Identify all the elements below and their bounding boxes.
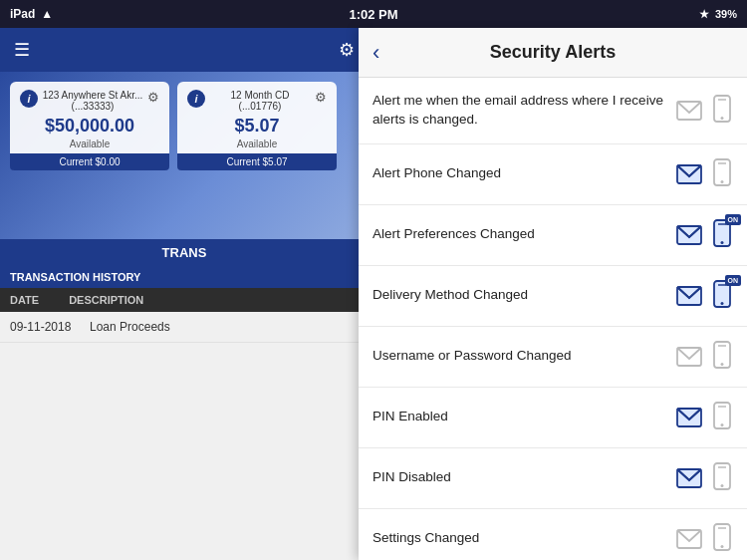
alert-icons-2: ON <box>675 219 733 251</box>
email-icon-3[interactable] <box>675 285 703 307</box>
alert-icons-3: ON <box>675 280 733 312</box>
trans-desc-1: Loan Proceeds <box>90 320 359 334</box>
app-nav: ☰ ⚙ <box>0 28 369 72</box>
account-gear-2[interactable]: ⚙ <box>315 90 327 105</box>
email-icon-6[interactable] <box>675 467 703 489</box>
info-icon-1: i <box>20 90 38 108</box>
alert-item-6[interactable]: PIN Disabled <box>359 448 747 509</box>
carrier-label: iPad <box>10 7 35 21</box>
status-left: iPad ▲ <box>10 7 53 21</box>
account-gear-1[interactable]: ⚙ <box>147 90 159 105</box>
panel-title: Security Alerts <box>490 42 616 63</box>
alert-list: Alert me when the email address where I … <box>359 78 747 560</box>
alert-item-0[interactable]: Alert me when the email address where I … <box>359 78 747 144</box>
svg-point-22 <box>721 423 724 426</box>
alert-label-1: Alert Phone Changed <box>373 164 675 183</box>
alert-item-5[interactable]: PIN Enabled <box>359 388 747 448</box>
account-card-2[interactable]: i 12 Month CD(...01776) ⚙ $5.07 Availabl… <box>177 82 337 170</box>
account-current-2: Current $5.07 <box>177 153 337 170</box>
bluetooth-icon: ★ <box>699 8 709 21</box>
account-name-1: 123 Anywhere St Akr...(...33333) <box>38 90 147 112</box>
svg-point-26 <box>721 484 724 487</box>
mobile-icon-2[interactable]: ON <box>711 219 733 251</box>
mobile-icon-3[interactable]: ON <box>711 280 733 312</box>
transaction-column-headers: DATE DESCRIPTION <box>0 288 369 312</box>
status-bar: iPad ▲ 1:02 PM ★ 39% <box>0 0 747 28</box>
svg-point-2 <box>721 117 724 120</box>
account-amount-1: $50,000.00 <box>20 116 159 137</box>
transaction-section-label: TRANSACTION HISTORY <box>0 266 369 288</box>
svg-point-10 <box>721 241 724 244</box>
alert-label-4: Username or Password Changed <box>373 347 675 366</box>
email-icon-0[interactable] <box>675 100 703 122</box>
accounts-row: i 123 Anywhere St Akr...(...33333) ⚙ $50… <box>0 72 369 180</box>
alert-item-1[interactable]: Alert Phone Changed <box>359 144 747 205</box>
mobile-icon-4[interactable] <box>711 341 733 373</box>
account-card-1[interactable]: i 123 Anywhere St Akr...(...33333) ⚙ $50… <box>10 82 169 170</box>
alert-item-7[interactable]: Settings Changed <box>359 509 747 560</box>
alert-item-3[interactable]: Delivery Method Changed ON <box>359 266 747 327</box>
main-content: ☰ ⚙ i 123 Anywhere St Akr...(...33333) ⚙… <box>0 28 369 560</box>
col-date: DATE <box>10 294 39 306</box>
account-available-2: Available <box>187 139 327 149</box>
svg-point-14 <box>721 302 724 305</box>
info-icon-2: i <box>187 90 205 108</box>
account-available-1: Available <box>20 139 159 149</box>
mobile-icon-0[interactable] <box>711 95 733 127</box>
alert-label-7: Settings Changed <box>373 529 675 548</box>
account-current-1: Current $0.00 <box>10 153 169 170</box>
wifi-icon: ▲ <box>41 7 53 21</box>
alert-icons-6 <box>675 462 733 494</box>
status-time: 1:02 PM <box>349 7 397 22</box>
trans-date-1: 09-11-2018 <box>10 320 90 334</box>
panel-header: ‹ Security Alerts <box>359 28 747 78</box>
alert-label-6: PIN Disabled <box>373 468 675 487</box>
email-icon-4[interactable] <box>675 346 703 368</box>
alert-icons-5 <box>675 402 733 433</box>
svg-point-6 <box>721 180 724 183</box>
alert-item-4[interactable]: Username or Password Changed <box>359 327 747 388</box>
transaction-row-1[interactable]: 09-11-2018 Loan Proceeds <box>0 312 369 343</box>
alert-label-0: Alert me when the email address where I … <box>373 92 675 130</box>
email-icon-7[interactable] <box>675 528 703 550</box>
email-icon-5[interactable] <box>675 407 703 428</box>
account-name-2: 12 Month CD(...01776) <box>205 90 315 112</box>
mobile-icon-6[interactable] <box>711 462 733 494</box>
alert-label-5: PIN Enabled <box>373 408 675 426</box>
alert-icons-4 <box>675 341 733 373</box>
settings-icon[interactable]: ⚙ <box>339 39 355 61</box>
svg-point-30 <box>721 545 724 548</box>
alert-icons-7 <box>675 523 733 555</box>
accounts-area: i 123 Anywhere St Akr...(...33333) ⚙ $50… <box>0 72 369 239</box>
back-button[interactable]: ‹ <box>373 42 379 64</box>
mobile-icon-7[interactable] <box>711 523 733 555</box>
transaction-header: TRANS <box>0 239 369 266</box>
col-description: DESCRIPTION <box>69 294 143 306</box>
email-icon-1[interactable] <box>675 163 703 185</box>
svg-point-18 <box>721 363 724 366</box>
mobile-icon-1[interactable] <box>711 158 733 190</box>
alert-item-2[interactable]: Alert Preferences Changed ON <box>359 205 747 266</box>
alert-icons-0 <box>675 95 733 127</box>
menu-icon[interactable]: ☰ <box>14 39 30 61</box>
alert-label-2: Alert Preferences Changed <box>373 225 675 244</box>
mobile-icon-5[interactable] <box>711 402 733 433</box>
security-alerts-panel: ‹ Security Alerts Alert me when the emai… <box>359 28 747 560</box>
alert-label-3: Delivery Method Changed <box>373 286 675 305</box>
email-icon-2[interactable] <box>675 224 703 246</box>
status-right: ★ 39% <box>699 8 737 21</box>
alert-icons-1 <box>675 158 733 190</box>
battery-label: 39% <box>715 8 737 20</box>
account-amount-2: $5.07 <box>187 116 327 137</box>
